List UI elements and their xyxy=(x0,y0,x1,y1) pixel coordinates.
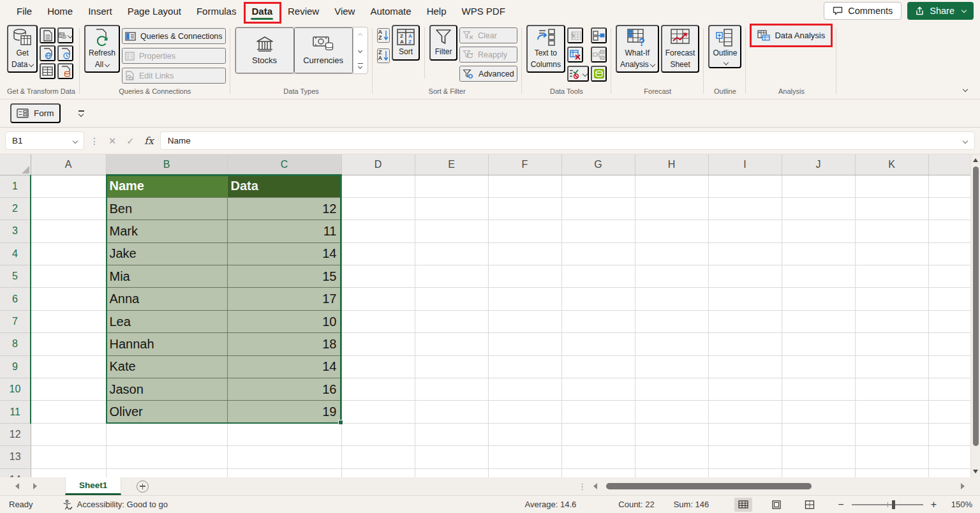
cell-K14[interactable] xyxy=(855,468,928,477)
cell-D14[interactable] xyxy=(341,468,415,477)
cancel-icon[interactable]: ✕ xyxy=(108,136,116,146)
row-header-5[interactable]: 5 xyxy=(0,265,31,288)
cell-G6[interactable] xyxy=(561,288,635,310)
cell-L7[interactable] xyxy=(928,310,970,332)
row-header-9[interactable]: 9 xyxy=(0,355,31,378)
cell-D9[interactable] xyxy=(341,355,415,378)
gallery-up-icon[interactable] xyxy=(353,27,368,43)
vertical-scrollbar-thumb[interactable] xyxy=(973,167,979,446)
cell-C8[interactable]: 18 xyxy=(227,333,341,355)
cell-K12[interactable] xyxy=(855,423,928,445)
cell-I2[interactable] xyxy=(708,197,782,219)
properties-button[interactable]: Properties xyxy=(122,48,226,64)
row-header-3[interactable]: 3 xyxy=(0,220,31,242)
column-header-I[interactable]: I xyxy=(708,154,782,175)
enter-icon[interactable]: ✓ xyxy=(126,136,134,146)
cell-K9[interactable] xyxy=(855,355,928,378)
view-page-break-icon[interactable] xyxy=(801,498,819,512)
cell-L6[interactable] xyxy=(928,288,970,310)
cell-B11[interactable]: Oliver xyxy=(106,401,227,423)
insert-function-icon[interactable]: fx xyxy=(144,135,153,147)
cell-F4[interactable] xyxy=(488,242,561,265)
horizontal-scrollbar-thumb[interactable] xyxy=(606,483,812,489)
cell-K7[interactable] xyxy=(855,310,928,332)
cell-F10[interactable] xyxy=(488,378,561,401)
cell-L8[interactable] xyxy=(928,333,970,355)
cell-E3[interactable] xyxy=(415,220,488,242)
row-header-12[interactable]: 12 xyxy=(0,423,31,445)
zoom-in-icon[interactable]: + xyxy=(931,500,937,510)
cell-H11[interactable] xyxy=(635,401,708,423)
cell-D6[interactable] xyxy=(341,288,415,310)
cell-C2[interactable]: 12 xyxy=(227,197,341,219)
cell-H13[interactable] xyxy=(635,446,708,468)
gallery-more-icon[interactable] xyxy=(353,58,368,73)
queries-connections-button[interactable]: Queries & Connections xyxy=(122,28,226,44)
cell-D12[interactable] xyxy=(341,423,415,445)
cell-F12[interactable] xyxy=(488,423,561,445)
sort-descending-button[interactable]: ZA xyxy=(377,48,390,63)
cell-H14[interactable] xyxy=(635,468,708,477)
cell-L10[interactable] xyxy=(928,378,970,401)
cell-G1[interactable] xyxy=(561,175,635,197)
cell-J3[interactable] xyxy=(782,220,855,242)
scroll-up-icon[interactable] xyxy=(973,158,978,162)
cell-I8[interactable] xyxy=(708,333,782,355)
cell-F14[interactable] xyxy=(488,468,561,477)
cell-H10[interactable] xyxy=(635,378,708,401)
cell-F3[interactable] xyxy=(488,220,561,242)
column-header-J[interactable]: J xyxy=(782,154,855,175)
add-sheet-icon[interactable] xyxy=(137,480,149,493)
what-if-analysis-button[interactable]: ? What-If Analysis xyxy=(616,25,659,73)
cell-K8[interactable] xyxy=(855,333,928,355)
data-model-icon[interactable] xyxy=(591,66,607,82)
cell-B14[interactable] xyxy=(106,468,227,477)
cell-I12[interactable] xyxy=(708,423,782,445)
cell-E1[interactable] xyxy=(415,175,488,197)
cell-B5[interactable]: Mia xyxy=(106,265,227,288)
sort-button[interactable]: ZAAZ Sort xyxy=(392,25,420,61)
cell-L13[interactable] xyxy=(928,446,970,468)
column-header-B[interactable]: B xyxy=(106,154,227,175)
get-data-button[interactable]: Get Data xyxy=(7,25,38,73)
cell-G4[interactable] xyxy=(561,242,635,265)
row-header-13[interactable]: 13 xyxy=(0,446,31,468)
currencies-button[interactable]: Currencies xyxy=(294,27,353,73)
advanced-filter-button[interactable]: Advanced xyxy=(459,66,517,82)
row-header-10[interactable]: 10 xyxy=(0,378,31,401)
text-to-columns-button[interactable]: Text to Columns xyxy=(526,25,565,73)
from-table-range-icon[interactable] xyxy=(40,63,56,79)
cell-B12[interactable] xyxy=(106,423,227,445)
cell-A3[interactable] xyxy=(31,220,106,242)
cell-I9[interactable] xyxy=(708,355,782,378)
cell-L11[interactable] xyxy=(928,401,970,423)
stocks-button[interactable]: Stocks xyxy=(235,27,294,73)
cell-F13[interactable] xyxy=(488,446,561,468)
vertical-scrollbar[interactable] xyxy=(970,154,980,477)
cell-B7[interactable]: Lea xyxy=(106,310,227,332)
row-header-4[interactable]: 4 xyxy=(0,242,31,265)
cell-A13[interactable] xyxy=(31,446,106,468)
menu-tab-review[interactable]: Review xyxy=(280,1,327,21)
cell-G5[interactable] xyxy=(561,265,635,288)
data-analysis-button[interactable]: Data Analysis xyxy=(750,25,832,46)
cell-H1[interactable] xyxy=(635,175,708,197)
cell-E12[interactable] xyxy=(415,423,488,445)
cell-K3[interactable] xyxy=(855,220,928,242)
cell-B3[interactable]: Mark xyxy=(106,220,227,242)
clear-filter-button[interactable]: Clear xyxy=(459,27,517,43)
forecast-sheet-button[interactable]: Forecast Sheet xyxy=(661,25,700,73)
scrollbar-resize-dots[interactable]: ⋮ xyxy=(578,482,586,491)
cell-C6[interactable]: 17 xyxy=(227,288,341,310)
cell-A10[interactable] xyxy=(31,378,106,401)
column-header-C[interactable]: C xyxy=(227,154,341,175)
cell-H6[interactable] xyxy=(635,288,708,310)
scroll-left-icon[interactable] xyxy=(593,483,597,489)
cell-K6[interactable] xyxy=(855,288,928,310)
cell-C4[interactable]: 14 xyxy=(227,242,341,265)
cell-H4[interactable] xyxy=(635,242,708,265)
cell-A2[interactable] xyxy=(31,197,106,219)
cell-A9[interactable] xyxy=(31,355,106,378)
cell-I6[interactable] xyxy=(708,288,782,310)
cell-J10[interactable] xyxy=(782,378,855,401)
